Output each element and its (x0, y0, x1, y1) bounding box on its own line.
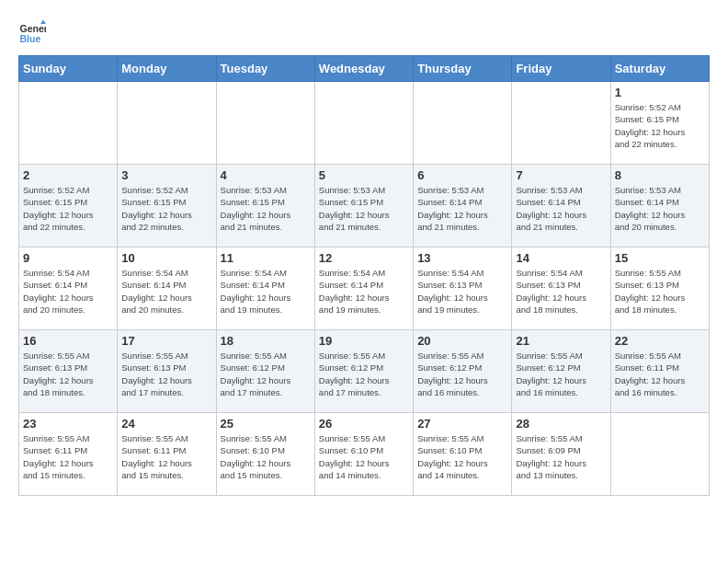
calendar-cell: 10Sunrise: 5:54 AM Sunset: 6:14 PM Dayli… (118, 247, 216, 330)
day-info: Sunrise: 5:54 AM Sunset: 6:14 PM Dayligh… (121, 267, 211, 316)
day-number: 21 (516, 334, 606, 348)
day-number: 7 (516, 168, 606, 182)
day-info: Sunrise: 5:52 AM Sunset: 6:15 PM Dayligh… (23, 184, 113, 233)
day-number: 2 (23, 168, 113, 182)
day-info: Sunrise: 5:55 AM Sunset: 6:12 PM Dayligh… (417, 350, 507, 398)
svg-marker-2 (40, 20, 46, 25)
calendar-cell: 22Sunrise: 5:55 AM Sunset: 6:11 PM Dayli… (610, 330, 709, 413)
calendar-week-row: 9Sunrise: 5:54 AM Sunset: 6:14 PM Daylig… (19, 247, 710, 330)
day-number: 24 (121, 417, 211, 431)
calendar-cell: 6Sunrise: 5:53 AM Sunset: 6:14 PM Daylig… (414, 165, 512, 247)
day-info: Sunrise: 5:55 AM Sunset: 6:13 PM Dayligh… (23, 350, 113, 398)
day-number: 12 (319, 251, 409, 265)
day-info: Sunrise: 5:55 AM Sunset: 6:10 PM Dayligh… (221, 432, 311, 481)
day-number: 13 (417, 251, 507, 265)
calendar-cell (512, 82, 610, 165)
day-number: 28 (516, 417, 606, 431)
calendar-cell (216, 82, 314, 165)
day-info: Sunrise: 5:55 AM Sunset: 6:13 PM Dayligh… (615, 267, 705, 316)
calendar-cell: 1Sunrise: 5:52 AM Sunset: 6:15 PM Daylig… (610, 82, 709, 165)
day-info: Sunrise: 5:53 AM Sunset: 6:14 PM Dayligh… (516, 184, 606, 233)
logo: General Blue (18, 18, 48, 46)
day-info: Sunrise: 5:55 AM Sunset: 6:09 PM Dayligh… (516, 432, 606, 481)
day-number: 11 (221, 251, 311, 265)
day-info: Sunrise: 5:55 AM Sunset: 6:12 PM Dayligh… (221, 350, 311, 398)
calendar-cell: 9Sunrise: 5:54 AM Sunset: 6:14 PM Daylig… (19, 247, 118, 330)
calendar-week-row: 23Sunrise: 5:55 AM Sunset: 6:11 PM Dayli… (19, 413, 710, 496)
calendar-cell: 26Sunrise: 5:55 AM Sunset: 6:10 PM Dayli… (314, 413, 413, 496)
day-info: Sunrise: 5:55 AM Sunset: 6:12 PM Dayligh… (319, 350, 409, 398)
day-number: 15 (615, 251, 705, 265)
calendar-cell: 11Sunrise: 5:54 AM Sunset: 6:14 PM Dayli… (216, 247, 314, 330)
weekday-header: Friday (512, 56, 610, 82)
calendar-week-row: 1Sunrise: 5:52 AM Sunset: 6:15 PM Daylig… (19, 82, 710, 165)
calendar-cell: 2Sunrise: 5:52 AM Sunset: 6:15 PM Daylig… (19, 165, 118, 247)
day-info: Sunrise: 5:54 AM Sunset: 6:13 PM Dayligh… (417, 267, 507, 316)
weekday-header: Saturday (610, 56, 709, 82)
calendar-cell (314, 82, 413, 165)
day-number: 5 (319, 168, 409, 182)
calendar-header-row: SundayMondayTuesdayWednesdayThursdayFrid… (19, 56, 710, 82)
day-number: 4 (221, 168, 311, 182)
weekday-header: Tuesday (216, 56, 314, 82)
calendar-cell: 19Sunrise: 5:55 AM Sunset: 6:12 PM Dayli… (314, 330, 413, 413)
weekday-header: Wednesday (314, 56, 413, 82)
calendar-cell: 4Sunrise: 5:53 AM Sunset: 6:15 PM Daylig… (216, 165, 314, 247)
calendar-cell: 14Sunrise: 5:54 AM Sunset: 6:13 PM Dayli… (512, 247, 610, 330)
svg-text:Blue: Blue (20, 33, 41, 44)
page-header: General Blue (18, 18, 710, 46)
day-number: 25 (221, 417, 311, 431)
day-info: Sunrise: 5:52 AM Sunset: 6:15 PM Dayligh… (121, 184, 211, 233)
day-number: 27 (417, 417, 507, 431)
calendar-cell: 27Sunrise: 5:55 AM Sunset: 6:10 PM Dayli… (414, 413, 512, 496)
day-number: 17 (121, 334, 211, 348)
day-number: 1 (615, 86, 705, 99)
day-number: 16 (23, 334, 113, 348)
calendar-cell: 12Sunrise: 5:54 AM Sunset: 6:14 PM Dayli… (314, 247, 413, 330)
day-info: Sunrise: 5:55 AM Sunset: 6:11 PM Dayligh… (121, 432, 211, 481)
day-info: Sunrise: 5:53 AM Sunset: 6:14 PM Dayligh… (417, 184, 507, 233)
day-info: Sunrise: 5:52 AM Sunset: 6:15 PM Dayligh… (615, 101, 705, 150)
calendar-cell: 25Sunrise: 5:55 AM Sunset: 6:10 PM Dayli… (216, 413, 314, 496)
day-info: Sunrise: 5:53 AM Sunset: 6:15 PM Dayligh… (221, 184, 311, 233)
day-number: 3 (121, 168, 211, 182)
calendar-table: SundayMondayTuesdayWednesdayThursdayFrid… (18, 55, 710, 496)
day-info: Sunrise: 5:54 AM Sunset: 6:13 PM Dayligh… (516, 267, 606, 316)
day-info: Sunrise: 5:55 AM Sunset: 6:11 PM Dayligh… (23, 432, 113, 481)
calendar-cell (414, 82, 512, 165)
calendar-cell (118, 82, 216, 165)
calendar-cell: 17Sunrise: 5:55 AM Sunset: 6:13 PM Dayli… (118, 330, 216, 413)
day-info: Sunrise: 5:55 AM Sunset: 6:10 PM Dayligh… (319, 432, 409, 481)
day-info: Sunrise: 5:53 AM Sunset: 6:15 PM Dayligh… (319, 184, 409, 233)
day-number: 23 (23, 417, 113, 431)
calendar-week-row: 16Sunrise: 5:55 AM Sunset: 6:13 PM Dayli… (19, 330, 710, 413)
calendar-cell: 24Sunrise: 5:55 AM Sunset: 6:11 PM Dayli… (118, 413, 216, 496)
calendar-cell: 23Sunrise: 5:55 AM Sunset: 6:11 PM Dayli… (19, 413, 118, 496)
day-info: Sunrise: 5:53 AM Sunset: 6:14 PM Dayligh… (615, 184, 705, 233)
weekday-header: Sunday (19, 56, 118, 82)
day-number: 9 (23, 251, 113, 265)
calendar-cell: 5Sunrise: 5:53 AM Sunset: 6:15 PM Daylig… (314, 165, 413, 247)
calendar-cell: 18Sunrise: 5:55 AM Sunset: 6:12 PM Dayli… (216, 330, 314, 413)
day-number: 18 (221, 334, 311, 348)
logo-icon: General Blue (18, 18, 46, 46)
calendar-cell: 7Sunrise: 5:53 AM Sunset: 6:14 PM Daylig… (512, 165, 610, 247)
calendar-week-row: 2Sunrise: 5:52 AM Sunset: 6:15 PM Daylig… (19, 165, 710, 247)
calendar-cell: 16Sunrise: 5:55 AM Sunset: 6:13 PM Dayli… (19, 330, 118, 413)
calendar-cell: 28Sunrise: 5:55 AM Sunset: 6:09 PM Dayli… (512, 413, 610, 496)
day-number: 20 (417, 334, 507, 348)
day-number: 10 (121, 251, 211, 265)
day-number: 26 (319, 417, 409, 431)
day-number: 14 (516, 251, 606, 265)
day-number: 6 (417, 168, 507, 182)
calendar-cell (19, 82, 118, 165)
calendar-cell: 21Sunrise: 5:55 AM Sunset: 6:12 PM Dayli… (512, 330, 610, 413)
day-info: Sunrise: 5:55 AM Sunset: 6:11 PM Dayligh… (615, 350, 705, 398)
day-info: Sunrise: 5:55 AM Sunset: 6:12 PM Dayligh… (516, 350, 606, 398)
day-info: Sunrise: 5:54 AM Sunset: 6:14 PM Dayligh… (221, 267, 311, 316)
day-info: Sunrise: 5:55 AM Sunset: 6:13 PM Dayligh… (121, 350, 211, 398)
calendar-cell: 15Sunrise: 5:55 AM Sunset: 6:13 PM Dayli… (610, 247, 709, 330)
day-number: 19 (319, 334, 409, 348)
day-number: 8 (615, 168, 705, 182)
calendar-cell: 13Sunrise: 5:54 AM Sunset: 6:13 PM Dayli… (414, 247, 512, 330)
